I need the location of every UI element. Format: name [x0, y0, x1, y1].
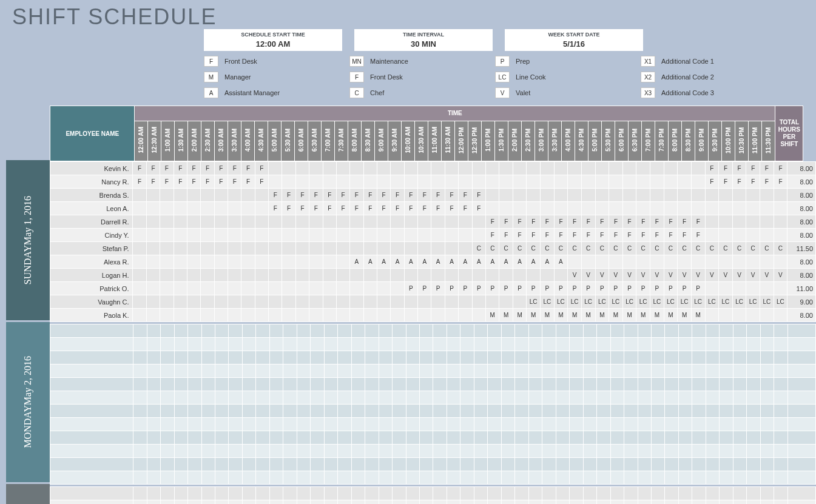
shift-slot-cell[interactable]	[228, 229, 241, 242]
shift-slot-cell[interactable]: F	[746, 175, 760, 189]
shift-slot-cell[interactable]	[324, 338, 337, 351]
shift-slot-cell[interactable]: F	[705, 162, 719, 175]
shift-slot-cell[interactable]	[720, 431, 733, 445]
shift-slot-cell[interactable]	[665, 391, 678, 405]
shift-slot-cell[interactable]	[610, 471, 624, 485]
shift-slot-cell[interactable]: F	[719, 175, 733, 189]
shift-slot-cell[interactable]	[610, 418, 624, 431]
shift-slot-cell[interactable]	[133, 269, 146, 282]
shift-slot-cell[interactable]	[747, 351, 760, 365]
shift-slot-cell[interactable]	[418, 269, 431, 282]
shift-slot-cell[interactable]	[146, 295, 160, 309]
shift-slot-cell[interactable]	[188, 324, 201, 338]
shift-slot-cell[interactable]	[665, 500, 678, 505]
employee-name-cell[interactable]	[50, 500, 133, 505]
shift-slot-cell[interactable]	[595, 202, 609, 215]
shift-slot-cell[interactable]	[309, 215, 323, 229]
employee-name-cell[interactable]: Alexa R.	[50, 255, 133, 269]
shift-slot-cell[interactable]	[774, 500, 787, 505]
shift-slot-cell[interactable]	[418, 229, 431, 242]
shift-slot-cell[interactable]: V	[609, 269, 623, 282]
shift-slot-cell[interactable]	[583, 378, 596, 391]
shift-slot-cell[interactable]	[269, 391, 283, 405]
shift-slot-cell[interactable]	[393, 431, 406, 445]
shift-slot-cell[interactable]	[133, 202, 146, 215]
shift-slot-cell[interactable]	[486, 202, 499, 215]
shift-slot-cell[interactable]	[774, 338, 787, 351]
shift-slot-cell[interactable]	[391, 242, 404, 255]
shift-slot-cell[interactable]	[541, 189, 555, 202]
shift-slot-cell[interactable]	[351, 458, 365, 471]
shift-slot-cell[interactable]	[338, 445, 351, 458]
shift-slot-cell[interactable]	[311, 378, 324, 391]
shift-slot-cell[interactable]: LC	[705, 295, 719, 309]
shift-slot-cell[interactable]: P	[486, 282, 499, 295]
shift-slot-cell[interactable]	[528, 365, 542, 378]
shift-slot-cell[interactable]	[146, 282, 160, 295]
shift-slot-cell[interactable]	[760, 309, 774, 322]
shift-slot-cell[interactable]	[295, 242, 309, 255]
shift-slot-cell[interactable]: C	[472, 242, 485, 255]
shift-slot-cell[interactable]	[774, 202, 787, 215]
shift-slot-cell[interactable]	[187, 282, 200, 295]
shift-slot-cell[interactable]	[338, 351, 351, 365]
shift-slot-cell[interactable]	[691, 255, 705, 269]
shift-slot-cell[interactable]: F	[255, 162, 268, 175]
shift-slot-cell[interactable]	[133, 229, 146, 242]
shift-slot-cell[interactable]	[214, 255, 228, 269]
shift-slot-cell[interactable]	[706, 351, 719, 365]
shift-slot-cell[interactable]	[528, 431, 542, 445]
shift-slot-cell[interactable]	[161, 458, 174, 471]
shift-slot-cell[interactable]	[719, 189, 733, 202]
shift-slot-cell[interactable]	[351, 418, 365, 431]
shift-slot-cell[interactable]	[528, 338, 542, 351]
shift-slot-cell[interactable]	[610, 365, 624, 378]
shift-slot-cell[interactable]	[747, 500, 760, 505]
shift-slot-cell[interactable]	[406, 445, 419, 458]
shift-slot-cell[interactable]	[161, 365, 174, 378]
shift-slot-cell[interactable]	[201, 445, 215, 458]
shift-slot-cell[interactable]	[336, 175, 349, 189]
shift-slot-cell[interactable]: C	[541, 242, 555, 255]
shift-slot-cell[interactable]	[323, 282, 336, 295]
shift-slot-cell[interactable]	[215, 338, 228, 351]
shift-slot-cell[interactable]: F	[609, 215, 623, 229]
shift-slot-cell[interactable]	[377, 282, 390, 295]
shift-slot-cell[interactable]: P	[431, 282, 445, 295]
shift-slot-cell[interactable]	[282, 282, 295, 295]
shift-slot-cell[interactable]	[433, 418, 447, 431]
shift-slot-cell[interactable]	[610, 378, 624, 391]
shift-slot-cell[interactable]	[445, 242, 458, 255]
shift-slot-cell[interactable]	[365, 365, 379, 378]
shift-slot-cell[interactable]	[420, 445, 433, 458]
employee-name-cell[interactable]: Leon A.	[50, 202, 133, 215]
shift-slot-cell[interactable]	[133, 378, 147, 391]
shift-slot-cell[interactable]	[583, 338, 596, 351]
shift-slot-cell[interactable]: C	[554, 242, 568, 255]
employee-name-cell[interactable]: Cindy Y.	[50, 229, 133, 242]
shift-slot-cell[interactable]	[447, 445, 460, 458]
shift-slot-cell[interactable]	[746, 282, 760, 295]
shift-slot-cell[interactable]	[215, 324, 228, 338]
shift-slot-cell[interactable]	[241, 255, 255, 269]
shift-slot-cell[interactable]: F	[391, 189, 404, 202]
shift-slot-cell[interactable]: F	[363, 189, 377, 202]
shift-slot-cell[interactable]	[501, 487, 514, 500]
shift-slot-cell[interactable]	[215, 378, 228, 391]
shift-slot-cell[interactable]	[720, 445, 733, 458]
shift-slot-cell[interactable]	[501, 458, 514, 471]
shift-slot-cell[interactable]	[160, 189, 174, 202]
shift-slot-cell[interactable]	[295, 162, 309, 175]
shift-slot-cell[interactable]	[733, 405, 746, 418]
shift-slot-cell[interactable]	[581, 189, 595, 202]
shift-slot-cell[interactable]	[242, 445, 255, 458]
shift-slot-cell[interactable]	[472, 175, 485, 189]
shift-slot-cell[interactable]	[719, 282, 733, 295]
shift-slot-cell[interactable]	[201, 338, 215, 351]
shift-slot-cell[interactable]	[774, 445, 787, 458]
shift-slot-cell[interactable]	[474, 431, 487, 445]
shift-slot-cell[interactable]	[460, 458, 474, 471]
shift-slot-cell[interactable]	[324, 500, 337, 505]
shift-slot-cell[interactable]	[256, 324, 269, 338]
shift-slot-cell[interactable]	[570, 458, 583, 471]
